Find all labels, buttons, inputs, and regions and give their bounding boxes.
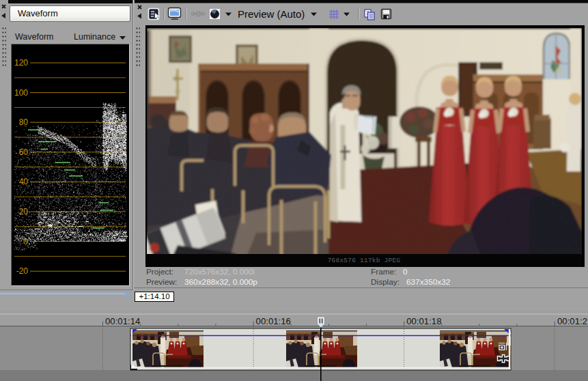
svg-text:768x576 117kb JPEG: 768x576 117kb JPEG xyxy=(328,257,401,264)
svg-text:Preview (Auto): Preview (Auto) xyxy=(238,8,305,20)
svg-text:00:01:14: 00:01:14 xyxy=(105,316,140,326)
svg-text:60: 60 xyxy=(19,147,29,157)
svg-text:00:01:18: 00:01:18 xyxy=(406,316,441,326)
svg-text:00:01:16: 00:01:16 xyxy=(256,316,291,326)
svg-text:0: 0 xyxy=(23,237,28,246)
svg-text:-20: -20 xyxy=(16,266,29,276)
svg-text:120: 120 xyxy=(14,58,28,68)
svg-text:00:01:2: 00:01:2 xyxy=(557,316,587,326)
svg-text:80: 80 xyxy=(19,117,29,127)
svg-text:100: 100 xyxy=(14,88,28,98)
